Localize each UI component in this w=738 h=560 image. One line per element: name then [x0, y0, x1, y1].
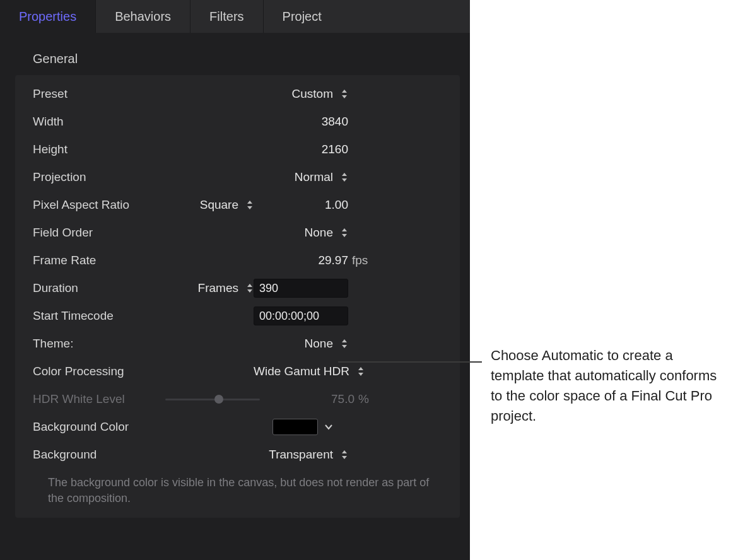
preset-value: Custom: [292, 87, 333, 101]
par-value: Square: [200, 198, 238, 212]
label-framerate: Frame Rate: [33, 254, 165, 267]
label-preset: Preset: [33, 87, 165, 101]
row-framerate: Frame Rate 29.97 fps: [15, 247, 460, 274]
bgcolor-well[interactable]: [272, 419, 333, 435]
theme-popup[interactable]: None: [305, 337, 348, 351]
chevron-up-down-icon: [341, 228, 348, 238]
label-hdrwhite: HDR White Level: [33, 392, 165, 406]
inspector-tabs: Properties Behaviors Filters Project: [0, 0, 470, 33]
inspector-panel: Properties Behaviors Filters Project Gen…: [0, 0, 470, 560]
projection-value: Normal: [295, 170, 333, 184]
chevron-up-down-icon: [341, 89, 348, 99]
label-starttc: Start Timecode: [33, 309, 165, 323]
duration-unit: Frames: [198, 281, 238, 295]
row-projection: Projection Normal: [15, 163, 460, 191]
duration-unit-popup[interactable]: Frames: [198, 281, 254, 295]
chevron-up-down-icon: [357, 366, 365, 376]
bgcolor-swatch: [272, 419, 318, 435]
row-background: Background Transparent: [15, 441, 460, 469]
label-fieldorder: Field Order: [33, 226, 165, 240]
par-popup[interactable]: Square: [200, 198, 254, 212]
label-projection: Projection: [33, 170, 165, 184]
fieldorder-popup[interactable]: None: [305, 226, 348, 240]
hdrwhite-value: 75.0: [331, 392, 354, 406]
row-hdrwhite: HDR White Level 75.0 %: [15, 385, 460, 413]
colorproc-popup[interactable]: Wide Gamut HDR: [254, 365, 365, 378]
row-preset: Preset Custom: [15, 80, 460, 108]
label-background: Background: [33, 448, 165, 462]
theme-value: None: [305, 337, 333, 351]
chevron-up-down-icon: [341, 172, 348, 182]
framerate-value: 29.97: [318, 254, 348, 267]
tab-properties[interactable]: Properties: [0, 0, 96, 33]
row-duration: Duration Frames: [15, 274, 460, 302]
background-hint: The background color is visible in the c…: [15, 469, 460, 506]
chevron-up-down-icon: [341, 450, 348, 460]
duration-field[interactable]: [254, 279, 348, 298]
label-bgcolor: Background Color: [33, 420, 165, 434]
label-duration: Duration: [33, 281, 165, 295]
background-popup[interactable]: Transparent: [269, 448, 348, 462]
framerate-suffix: fps: [352, 254, 368, 267]
general-rows: Preset Custom Width 3840: [15, 75, 460, 518]
row-bgcolor: Background Color: [15, 413, 460, 441]
label-colorproc: Color Processing: [33, 365, 165, 378]
label-width: Width: [33, 115, 165, 129]
tab-behaviors[interactable]: Behaviors: [96, 0, 190, 33]
background-value: Transparent: [269, 448, 333, 462]
callout-text: Choose Automatic to create a template th…: [491, 346, 721, 426]
chevron-down-icon: [324, 424, 333, 430]
chevron-up-down-icon: [246, 200, 254, 210]
height-value[interactable]: 2160: [322, 143, 348, 156]
starttc-field[interactable]: [254, 306, 348, 325]
width-value[interactable]: 3840: [322, 115, 348, 129]
preset-popup[interactable]: Custom: [292, 87, 348, 101]
label-height: Height: [33, 143, 165, 156]
row-starttc: Start Timecode: [15, 302, 460, 330]
row-theme: Theme: None: [15, 330, 460, 358]
colorproc-value: Wide Gamut HDR: [254, 365, 349, 378]
hdrwhite-slider[interactable]: [165, 393, 260, 405]
projection-popup[interactable]: Normal: [295, 170, 348, 184]
callout-leader: [338, 361, 482, 363]
tab-project[interactable]: Project: [264, 0, 341, 33]
chevron-up-down-icon: [246, 283, 254, 293]
fieldorder-value: None: [305, 226, 333, 240]
label-par: Pixel Aspect Ratio: [33, 198, 165, 212]
label-theme: Theme:: [33, 337, 165, 351]
chevron-up-down-icon: [341, 339, 348, 349]
row-width: Width 3840: [15, 108, 460, 136]
row-fieldorder: Field Order None: [15, 219, 460, 247]
par-number[interactable]: 1.00: [325, 198, 348, 212]
right-gutter: [470, 0, 738, 560]
row-height: Height 2160: [15, 136, 460, 163]
row-par: Pixel Aspect Ratio Square 1.00: [15, 191, 460, 219]
section-general: General: [0, 33, 470, 75]
tab-filters[interactable]: Filters: [190, 0, 263, 33]
hdrwhite-suffix: %: [358, 392, 369, 406]
